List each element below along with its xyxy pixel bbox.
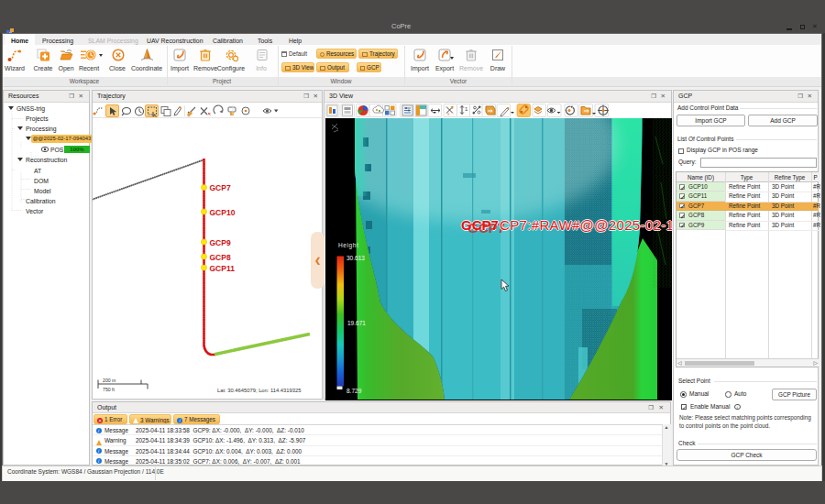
- svg-text:19.671: 19.671: [347, 319, 366, 325]
- svg-text:Height: Height: [338, 242, 358, 249]
- svg-text:30.613: 30.613: [346, 254, 365, 260]
- svg-text:8.729: 8.729: [346, 387, 362, 393]
- svg-text:GCP10: GCP10: [210, 208, 236, 217]
- svg-text:GCP8: GCP8: [210, 253, 231, 262]
- svg-text:GCP7: GCP7: [210, 183, 231, 192]
- svg-text:GCP11: GCP11: [210, 264, 236, 273]
- svg-text:GCP9: GCP9: [210, 238, 231, 247]
- svg-text:200 m: 200 m: [103, 378, 116, 383]
- svg-text:750 ft: 750 ft: [103, 387, 116, 392]
- svg-text:Lat: 30.4645079; Lon: 114.4319: Lat: 30.4645079; Lon: 114.4319325: [217, 388, 301, 393]
